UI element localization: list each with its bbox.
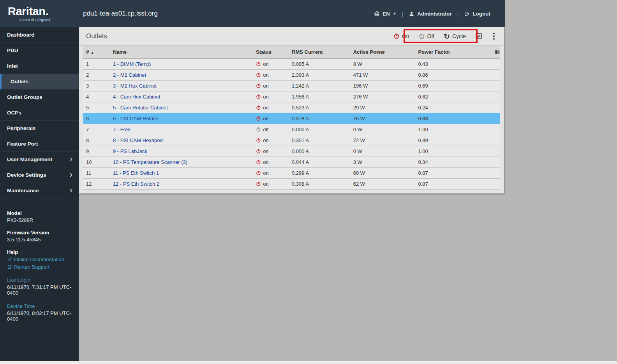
outlet-name-link[interactable]: 5 - Cam Rotator Cabinet	[113, 105, 168, 111]
sidebar-item-maintenance[interactable]: Maintenance	[0, 183, 79, 199]
language-selector[interactable]: EN ▼	[374, 11, 397, 17]
raritan-support-link[interactable]: Raritan Support	[7, 264, 73, 270]
more-actions-button[interactable]	[492, 32, 496, 40]
outlet-row[interactable]: 8 8 - PXI CAM Hexapod on 0.351 A 72 W 0.…	[83, 135, 500, 146]
online-documentation-link[interactable]: Online Documentation	[7, 257, 73, 262]
power-status-icon	[256, 181, 261, 186]
user-menu[interactable]: Administrator	[409, 11, 452, 17]
outlet-number: 5	[83, 105, 113, 111]
column-header-num[interactable]: #▲	[83, 49, 113, 55]
outlet-name-cell: 9 - PS LabJack	[113, 148, 256, 154]
outlet-status-cell: on	[256, 83, 292, 89]
outlet-power-factor: 1.00	[418, 148, 490, 154]
outlet-status-cell: off	[256, 127, 292, 132]
outlet-row[interactable]: 7 7 - Free off 0.000 A 0 W 1.00	[83, 124, 500, 135]
language-label: EN	[383, 11, 390, 17]
cycle-icon: ↻	[444, 33, 450, 40]
sidebar-item-user-management[interactable]: User Management	[0, 152, 79, 167]
model-value: PX3-5288R	[7, 217, 73, 223]
sidebar-item-label: Outlets	[11, 79, 74, 84]
logout-icon	[464, 11, 470, 17]
firmware-value: 3.5.11.5-45845	[7, 237, 73, 243]
outlet-row[interactable]: 11 11 - PS Eth Switch 1 on 0.299 A 60 W …	[83, 168, 500, 179]
column-header-rms-current[interactable]: RMS Current	[292, 49, 353, 55]
outlet-name-link[interactable]: 7 - Free	[113, 127, 131, 132]
column-header-status[interactable]: Status	[256, 49, 292, 55]
outlet-row[interactable]: 2 2 - M2 Cabinet on 2.393 A 471 W 0.86	[83, 70, 500, 81]
outlet-active-power: 29 W	[353, 105, 418, 111]
outlet-name-link[interactable]: 9 - PS LabJack	[113, 148, 147, 154]
outlet-table-header: #▲ Name Status RMS Current Active Power …	[83, 46, 500, 59]
outlet-status-cell: on	[256, 170, 292, 176]
column-header-power-factor[interactable]: Power Factor	[418, 49, 490, 55]
outlet-rms-current: 0.523 A	[292, 105, 353, 111]
power-status-icon	[256, 116, 261, 121]
outlet-power-factor: 0.34	[418, 159, 490, 165]
sidebar-item-ocps[interactable]: OCPs	[0, 105, 79, 121]
sidebar-item-label: Maintenance	[7, 188, 69, 193]
power-status-icon	[256, 138, 261, 143]
outlet-row[interactable]: 1 1 - DIMM (Temp) on 0.085 A 8 W 0.43	[83, 59, 500, 70]
header-separator: |	[402, 11, 404, 17]
device-time-label: Device Time	[7, 303, 73, 309]
sidebar-item-feature-port[interactable]: Feature Port	[0, 136, 79, 152]
outlet-name-link[interactable]: 6 - PXI CAM Rotator	[113, 116, 159, 121]
power-status-icon	[256, 105, 261, 110]
outlet-power-factor: 0.87	[418, 170, 490, 176]
last-login-label: Last Login	[7, 277, 73, 283]
outlet-row[interactable]: 4 4 - Cam Hex Cabinet on 1.956 A 276 W 0…	[83, 91, 500, 102]
outlet-name-link[interactable]: 10 - PS Temperature Scanner (3)	[113, 159, 187, 165]
sidebar: Dashboard PDU Inlet Outlets Outlet Group…	[0, 27, 79, 361]
outlet-status-label: on	[263, 181, 268, 187]
outlet-row[interactable]: 6 6 - PXI CAM Rotator on 0.378 A 76 W 0.…	[83, 113, 500, 124]
outlet-rms-current: 0.000 A	[292, 127, 353, 132]
sidebar-item-inlet[interactable]: Inlet	[0, 58, 79, 74]
column-header-active-power[interactable]: Active Power	[353, 49, 418, 55]
outlet-name-cell: 10 - PS Temperature Scanner (3)	[113, 159, 256, 165]
legrand-square-icon	[35, 19, 37, 21]
outlet-name-link[interactable]: 12 - PS Eth Switch 2	[113, 181, 159, 187]
outlet-rms-current: 0.299 A	[292, 170, 353, 176]
outlet-active-power: 72 W	[353, 137, 418, 143]
sidebar-item-device-settings[interactable]: Device Settings	[0, 167, 79, 183]
logout-button[interactable]: Logout	[464, 11, 490, 17]
chevron-right-icon	[69, 157, 74, 162]
outlet-name-cell: 7 - Free	[113, 127, 256, 132]
column-header-name[interactable]: Name	[113, 49, 256, 55]
outlet-name-link[interactable]: 11 - PS Eth Switch 1	[113, 170, 159, 176]
table-columns-icon	[494, 49, 500, 55]
power-off-button[interactable]: Off	[419, 33, 434, 39]
horizontal-scrollbar-track[interactable]	[0, 361, 617, 364]
outlet-name-link[interactable]: 2 - M2 Cabinet	[113, 72, 146, 78]
outlet-name-cell: 8 - PXI CAM Hexapod	[113, 137, 256, 143]
column-settings-button[interactable]	[490, 49, 500, 55]
outlet-row[interactable]: 9 9 - PS LabJack on 0.000 A 0 W 1.00	[83, 146, 500, 157]
outlet-name-link[interactable]: 1 - DIMM (Temp)	[113, 61, 151, 67]
sidebar-item-pdu[interactable]: PDU	[0, 43, 79, 58]
outlet-row[interactable]: 10 10 - PS Temperature Scanner (3) on 0.…	[83, 157, 500, 168]
outlet-status-label: on	[263, 148, 268, 154]
outlet-active-power: 76 W	[353, 116, 418, 121]
sidebar-item-outlets[interactable]: Outlets	[0, 74, 79, 90]
outlet-name-cell: 5 - Cam Rotator Cabinet	[113, 105, 256, 111]
outlet-row[interactable]: 3 3 - M2 Hex Cabinet on 1.242 A 196 W 0.…	[83, 81, 500, 91]
sort-asc-icon: ▲	[91, 51, 94, 55]
firmware-label: Firmware Version	[7, 230, 73, 236]
outlet-number: 1	[83, 61, 113, 67]
outlet-name-link[interactable]: 3 - M2 Hex Cabinet	[113, 83, 157, 89]
logout-label: Logout	[472, 11, 490, 17]
power-status-icon	[256, 83, 261, 88]
outlet-rms-current: 1.956 A	[292, 94, 353, 100]
sidebar-item-peripherals[interactable]: Peripherals	[0, 121, 79, 136]
outlet-row[interactable]: 12 12 - PS Eth Switch 2 on 0.308 A 62 W …	[83, 179, 500, 190]
sidebar-item-outlet-groups[interactable]: Outlet Groups	[0, 90, 79, 105]
outlet-row[interactable]: 5 5 - Cam Rotator Cabinet on 0.523 A 29 …	[83, 102, 500, 113]
power-cycle-button[interactable]: ↻ Cycle	[444, 33, 466, 40]
power-on-button[interactable]: On	[393, 33, 409, 39]
outlet-name-link[interactable]: 4 - Cam Hex Cabinet	[113, 94, 160, 100]
outlet-name-link[interactable]: 8 - PXI CAM Hexapod	[113, 137, 163, 143]
logo-wordmark: Raritan.	[8, 6, 79, 17]
last-login-value: 6/11/1970, 7:31:17 PM UTC-0400	[7, 284, 73, 296]
sidebar-item-dashboard[interactable]: Dashboard	[0, 27, 79, 43]
multi-select-button[interactable]	[475, 33, 482, 40]
